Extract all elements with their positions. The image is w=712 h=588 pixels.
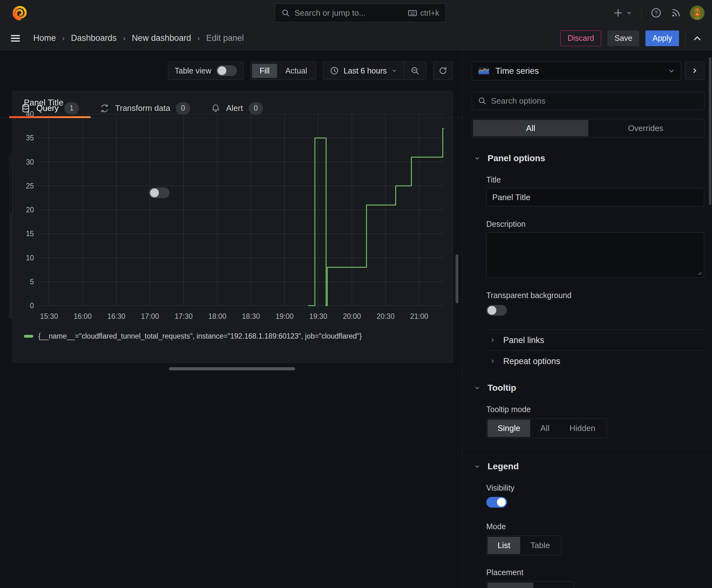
panel-options-header[interactable]: Panel options	[472, 153, 705, 163]
zoom-out-button[interactable]	[404, 62, 426, 80]
placement-label: Placement	[486, 568, 705, 577]
table-view-toggle[interactable]	[216, 65, 237, 76]
topbar-divider	[641, 6, 642, 19]
svg-text:16:00: 16:00	[74, 312, 92, 320]
add-icon[interactable]	[613, 8, 632, 18]
tab-query[interactable]: Query 1	[21, 102, 79, 114]
legend-mode-switch: List Table	[486, 536, 561, 555]
search-icon	[478, 97, 487, 105]
panel-toolbar: Table view Fill Actual Last 6 hours	[0, 62, 453, 80]
tooltip-mode-switch: Single All Hidden	[486, 418, 607, 438]
fill-option[interactable]: Fill	[252, 64, 277, 78]
svg-text:19:30: 19:30	[309, 312, 327, 320]
title-field-label: Title	[486, 175, 705, 184]
discard-button[interactable]: Discard	[560, 30, 602, 46]
svg-text:0: 0	[30, 301, 34, 310]
menu-icon[interactable]	[9, 33, 21, 44]
user-avatar[interactable]	[690, 6, 705, 20]
svg-text:35: 35	[26, 134, 34, 142]
svg-text:21:00: 21:00	[410, 312, 429, 320]
toggle-viz-picker-button[interactable]	[685, 62, 705, 80]
vertical-scrollbar[interactable]	[455, 254, 458, 303]
apply-button[interactable]: Apply	[645, 30, 679, 46]
svg-text:?: ?	[654, 10, 658, 16]
search-icon	[281, 8, 290, 17]
tooltip-header[interactable]: Tooltip	[472, 383, 705, 393]
time-series-chart[interactable]: 051015202530354015:3016:0016:3017:0017:3…	[17, 108, 448, 331]
grafana-edit-panel: ctrl+k ? Home › Dashboards ›	[0, 0, 712, 588]
mode-list-option[interactable]: List	[488, 537, 520, 554]
tab-alert[interactable]: Alert 0	[211, 102, 263, 114]
breadcrumb-dashboards[interactable]: Dashboards	[71, 33, 117, 43]
collapse-options-icon[interactable]	[692, 33, 703, 44]
tooltip-hidden-option[interactable]: Hidden	[559, 420, 605, 437]
grafana-logo-icon[interactable]	[11, 5, 28, 21]
time-series-viz-icon	[478, 66, 490, 76]
legend-visibility-toggle[interactable]	[486, 497, 507, 508]
breadcrumb-new-dashboard[interactable]: New dashboard	[132, 33, 191, 43]
edit-panel-main: Table view Fill Actual Last 6 hours	[0, 51, 462, 588]
tooltip-single-option[interactable]: Single	[488, 420, 530, 437]
chevron-right-icon: ›	[123, 34, 126, 43]
description-textarea[interactable]	[486, 232, 704, 278]
database-icon	[21, 103, 31, 113]
panel-links-section[interactable]: Panel links	[472, 330, 705, 351]
fill-actual-switch: Fill Actual	[251, 62, 316, 80]
global-search[interactable]: ctrl+k	[275, 3, 446, 22]
clock-icon	[330, 66, 339, 76]
explain-toggle[interactable]	[149, 188, 170, 198]
panel-preview: Panel Title 051015202530354015:3016:0016…	[12, 91, 453, 363]
chart-legend: {__name__="cloudflared_tunnel_total_requ…	[17, 332, 448, 340]
visualization-picker[interactable]: Time series	[472, 62, 681, 80]
legend-placement-switch: Bottom Right	[486, 582, 574, 588]
panel-title-input[interactable]	[486, 188, 704, 206]
refresh-button[interactable]	[433, 62, 453, 80]
breadcrumb-home[interactable]: Home	[33, 33, 56, 43]
tooltip-mode-label: Tooltip mode	[486, 405, 705, 414]
options-search-input[interactable]	[491, 96, 698, 106]
repeat-options-section[interactable]: Repeat options	[472, 351, 705, 372]
svg-text:15: 15	[26, 230, 34, 238]
bell-icon	[211, 104, 220, 113]
series-label[interactable]: {__name__="cloudflared_tunnel_total_requ…	[38, 332, 362, 340]
chevron-down-icon	[474, 384, 481, 391]
tab-all-options[interactable]: All	[473, 120, 588, 136]
breadcrumb-bar: Home › Dashboards › New dashboard › Edit…	[0, 26, 712, 51]
options-search[interactable]	[472, 92, 705, 110]
mode-table-option[interactable]: Table	[520, 537, 560, 554]
top-actions: ?	[613, 0, 705, 26]
sidebar-scrollbar[interactable]	[709, 57, 711, 205]
series-color-swatch[interactable]	[24, 335, 33, 338]
table-view-control: Table view	[168, 62, 244, 80]
tab-transform-data[interactable]: Transform data 0	[100, 102, 190, 114]
svg-text:5: 5	[30, 278, 34, 286]
placement-right-option[interactable]: Right	[533, 583, 573, 588]
svg-text:16:30: 16:30	[107, 312, 126, 320]
svg-text:20: 20	[26, 206, 34, 214]
svg-text:17:30: 17:30	[175, 312, 193, 320]
actions-divider	[685, 32, 686, 45]
tooltip-all-option[interactable]: All	[530, 420, 559, 437]
transparent-bg-toggle[interactable]	[486, 305, 507, 316]
resize-handle-icon[interactable]	[697, 270, 702, 275]
time-range-picker[interactable]: Last 6 hours	[323, 62, 404, 80]
breadcrumb-edit-panel: Edit panel	[206, 33, 244, 43]
help-icon[interactable]: ?	[650, 7, 662, 19]
svg-text:30: 30	[26, 158, 34, 166]
tab-overrides[interactable]: Overrides	[588, 120, 704, 136]
svg-text:18:30: 18:30	[242, 312, 260, 320]
top-bar: ctrl+k ?	[0, 0, 712, 26]
svg-text:17:00: 17:00	[141, 312, 159, 320]
horizontal-scrollbar[interactable]	[169, 367, 295, 370]
alert-count-badge: 0	[249, 102, 263, 114]
save-button[interactable]: Save	[607, 30, 639, 46]
placement-bottom-option[interactable]: Bottom	[488, 583, 533, 588]
options-filter-tabs: All Overrides	[472, 119, 705, 138]
transparent-bg-label: Transparent background	[486, 291, 705, 300]
legend-header[interactable]: Legend	[472, 461, 705, 471]
keyboard-icon	[408, 8, 417, 18]
refresh-icon	[438, 66, 448, 76]
actual-option[interactable]: Actual	[278, 64, 315, 78]
search-input[interactable]	[295, 8, 404, 18]
news-icon[interactable]	[671, 7, 681, 18]
